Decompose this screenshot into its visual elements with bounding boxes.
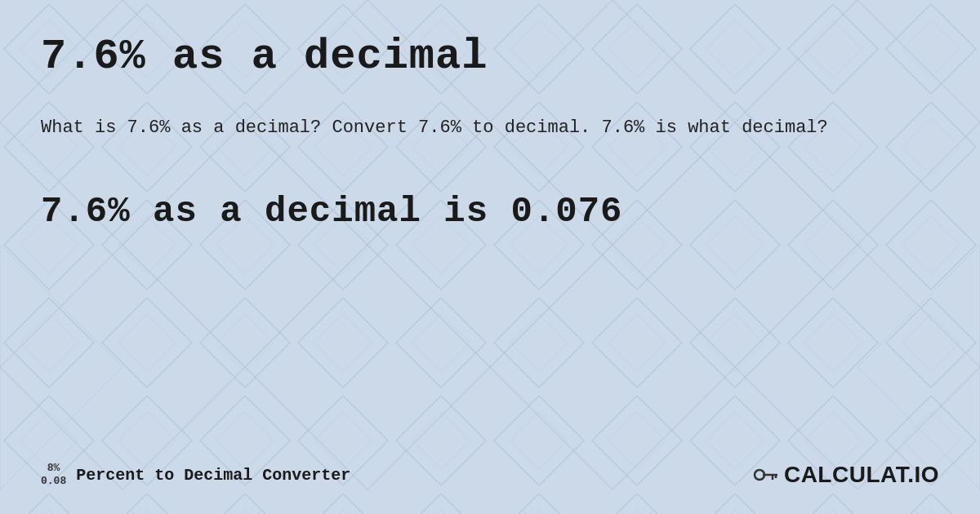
percent-badge: 8% 0.08 [41, 462, 66, 487]
calculat-logo[interactable]: CALCULAT.IO [751, 460, 939, 490]
footer-left: 8% 0.08 Percent to Decimal Converter [41, 462, 350, 487]
result-section: 7.6% as a decimal is 0.076 [41, 191, 939, 232]
calculat-text: CALCULAT.IO [784, 462, 939, 488]
footer-right: CALCULAT.IO [751, 460, 939, 490]
badge-bottom: 0.08 [41, 475, 66, 488]
page-title: 7.6% as a decimal [41, 33, 939, 81]
result-text: 7.6% as a decimal is 0.076 [41, 191, 939, 232]
footer-label: Percent to Decimal Converter [76, 466, 350, 485]
badge-top: 8% [47, 462, 60, 475]
footer: 8% 0.08 Percent to Decimal Converter CAL… [41, 444, 939, 490]
calculat-icon [751, 460, 781, 490]
description-text: What is 7.6% as a decimal? Convert 7.6% … [41, 113, 939, 142]
